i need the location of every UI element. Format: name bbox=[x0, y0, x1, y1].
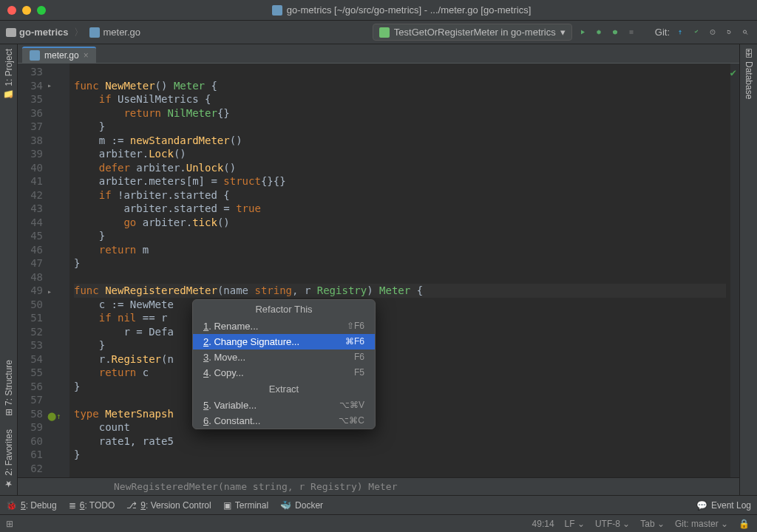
favorites-tool-button[interactable]: ★2: Favorites bbox=[4, 429, 14, 489]
file-icon bbox=[89, 27, 100, 38]
popup-item-change-signature-[interactable]: 2. Change Signature...⌘F6 bbox=[193, 334, 375, 349]
vcs-update-icon[interactable] bbox=[674, 27, 686, 38]
bottom-terminal[interactable]: ▣ Terminal bbox=[223, 500, 268, 511]
bottom-debug[interactable]: 🐞 5: Debug bbox=[6, 500, 57, 511]
refactor-popup: Refactor This 1. Rename...⇧F62. Change S… bbox=[192, 299, 376, 429]
window-title: go-metrics [~/go/src/go-metrics] - .../m… bbox=[53, 4, 750, 16]
popup-item-rename-[interactable]: 1. Rename...⇧F6 bbox=[193, 318, 375, 334]
svg-point-3 bbox=[744, 30, 747, 33]
vcs-commit-icon[interactable] bbox=[690, 27, 702, 38]
titlebar: go-metrics [~/go/src/go-metrics] - .../m… bbox=[0, 0, 757, 21]
bottom-docker[interactable]: 🐳 Docker bbox=[280, 500, 323, 511]
line-separator[interactable]: LF ⌄ bbox=[565, 519, 585, 529]
editor[interactable]: 3334353637383940414243444546474849505152… bbox=[18, 64, 739, 477]
svg-rect-1 bbox=[629, 30, 633, 34]
tab-meter-go[interactable]: meter.go × bbox=[22, 47, 96, 63]
tool-windows-icon[interactable]: ⊞ bbox=[6, 519, 13, 529]
indent[interactable]: Tab ⌄ bbox=[640, 519, 665, 529]
folder-icon bbox=[6, 28, 16, 37]
lock-icon[interactable]: 🔒 bbox=[739, 519, 750, 529]
history-icon[interactable] bbox=[707, 27, 719, 38]
minimize-window-icon[interactable] bbox=[22, 6, 31, 15]
debug-icon[interactable] bbox=[593, 27, 605, 38]
structure-tool-button[interactable]: ⊞7: Structure bbox=[4, 360, 14, 416]
popup-section-extract: Extract bbox=[193, 381, 375, 398]
breadcrumb[interactable]: go-metrics 〉 meter.go bbox=[6, 26, 140, 39]
analysis-ok-icon: ✔ bbox=[730, 66, 736, 78]
popup-item-variable-[interactable]: 5. Variable...⌥⌘V bbox=[193, 398, 375, 413]
stop-icon[interactable] bbox=[625, 27, 637, 38]
git-branch[interactable]: Git: master ⌄ bbox=[675, 519, 728, 529]
git-label: Git: bbox=[655, 27, 670, 38]
popup-item-constant-[interactable]: 6. Constant...⌥⌘C bbox=[193, 413, 375, 429]
error-stripe[interactable]: ✔ bbox=[730, 64, 739, 477]
left-stripe: 📁1: Project ⊞7: Structure ★2: Favorites bbox=[0, 44, 18, 495]
project-tool-button[interactable]: 📁1: Project bbox=[4, 49, 14, 100]
bottom-stripe: 🐞 5: Debug ≣ 6: TODO ⎇ 9: Version Contro… bbox=[0, 495, 757, 514]
bottom-vcs[interactable]: ⎇ 9: Version Control bbox=[126, 500, 211, 511]
right-stripe: 🗄Database bbox=[739, 44, 757, 495]
search-icon[interactable] bbox=[739, 27, 751, 38]
event-log-button[interactable]: 💬 Event Log bbox=[696, 500, 751, 511]
popup-item-move-[interactable]: 3. Move...F6 bbox=[193, 349, 375, 365]
maximize-window-icon[interactable] bbox=[37, 6, 46, 15]
run-icon[interactable] bbox=[577, 27, 588, 38]
gutter-icons: ▸ ▸ ⬤↑ bbox=[47, 64, 69, 477]
caret-position[interactable]: 49:14 bbox=[532, 519, 554, 529]
editor-breadcrumb[interactable]: NewRegisteredMeter(name string, r Regist… bbox=[18, 477, 739, 495]
main-toolbar: go-metrics 〉 meter.go TestGetOrRegisterM… bbox=[0, 21, 757, 44]
file-icon bbox=[272, 5, 282, 16]
popup-item-copy-[interactable]: 4. Copy...F5 bbox=[193, 365, 375, 381]
encoding[interactable]: UTF-8 ⌄ bbox=[595, 519, 630, 529]
svg-point-0 bbox=[597, 30, 600, 34]
run-coverage-icon[interactable] bbox=[609, 27, 621, 38]
run-config-selector[interactable]: TestGetOrRegisterMeter in go-metrics ▾ bbox=[373, 24, 572, 41]
popup-title: Refactor This bbox=[193, 300, 375, 318]
window-controls bbox=[7, 6, 46, 15]
close-window-icon[interactable] bbox=[7, 6, 16, 15]
chevron-down-icon: ▾ bbox=[560, 27, 566, 38]
editor-tabs: meter.go × bbox=[18, 44, 739, 64]
close-icon[interactable]: × bbox=[84, 50, 89, 61]
go-file-icon bbox=[30, 50, 40, 61]
database-tool-button[interactable]: 🗄Database bbox=[744, 49, 754, 99]
bottom-todo[interactable]: ≣ 6: TODO bbox=[69, 500, 115, 511]
line-numbers: 3334353637383940414243444546474849505152… bbox=[18, 64, 47, 477]
status-bar: ⊞ 49:14 LF ⌄ UTF-8 ⌄ Tab ⌄ Git: master ⌄… bbox=[0, 514, 757, 532]
go-test-icon bbox=[379, 27, 390, 38]
revert-icon[interactable] bbox=[723, 27, 735, 38]
